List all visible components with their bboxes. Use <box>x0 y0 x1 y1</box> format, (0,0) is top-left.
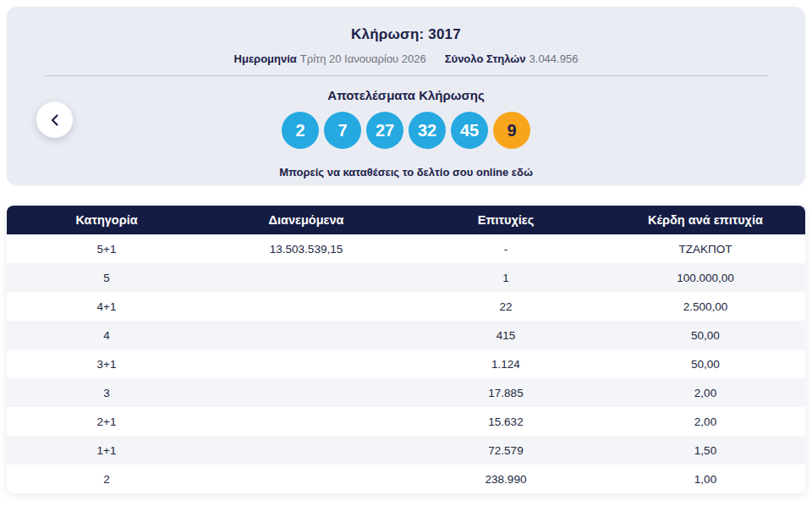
total-columns: Σύνολο Στηλών3.044.956 <box>445 52 579 65</box>
table-cell: 1,50 <box>606 444 805 457</box>
draw-meta: ΗμερομηνίαΤρίτη 20 Ιανουαρίου 2026 Σύνολ… <box>7 52 805 65</box>
number-ball: 7 <box>324 112 361 149</box>
number-ball: 2 <box>282 112 319 149</box>
date-label: Ημερομηνία <box>234 52 297 65</box>
table-cell: 1+1 <box>7 444 206 457</box>
table-row: 441550,00 <box>7 321 805 349</box>
table-cell: 2,00 <box>606 387 805 399</box>
table-row: 3+11.12450,00 <box>7 349 805 378</box>
table-cell: 2 <box>7 473 206 486</box>
table-cell: 50,00 <box>606 329 805 342</box>
table-body: 5+113.503.539,15-ΤΖΑΚΠΟΤ51100.000,004+12… <box>7 234 805 493</box>
table-header-row: ΚατηγορίαΔιανεμόμεναΕπιτυχίεςΚέρδη ανά ε… <box>7 206 805 234</box>
table-cell: 4 <box>7 329 206 342</box>
columns-value: 3.044.956 <box>529 52 579 65</box>
table-cell: 2.500,00 <box>606 300 805 313</box>
table-cell: 5 <box>7 272 206 284</box>
bonus-number-ball: 9 <box>493 112 530 149</box>
table-cell: 15.632 <box>406 415 606 428</box>
table-cell: 2+1 <box>7 415 206 428</box>
winning-numbers: 272732459 <box>7 112 805 149</box>
number-ball: 32 <box>409 112 446 149</box>
number-ball: 27 <box>366 112 403 149</box>
table-row: 317.8852,00 <box>7 378 805 407</box>
table-row: 4+1222.500,00 <box>7 292 805 321</box>
table-cell: 13.503.539,15 <box>206 243 406 256</box>
draw-date: ΗμερομηνίαΤρίτη 20 Ιανουαρίου 2026 <box>234 52 426 65</box>
table-cell: 4+1 <box>7 300 206 313</box>
column-header: Διανεμόμενα <box>206 213 406 227</box>
table-cell: - <box>406 243 606 256</box>
table-cell: 3+1 <box>7 358 206 371</box>
previous-draw-button[interactable] <box>36 102 73 138</box>
table-row: 5+113.503.539,15-ΤΖΑΚΠΟΤ <box>7 234 805 263</box>
table-cell: 17.885 <box>406 387 606 399</box>
table-cell: 5+1 <box>7 243 206 256</box>
results-table: ΚατηγορίαΔιανεμόμεναΕπιτυχίεςΚέρδη ανά ε… <box>7 206 805 493</box>
chevron-left-icon <box>51 114 58 126</box>
column-header: Κατηγορία <box>7 213 206 227</box>
table-cell: 2,00 <box>606 415 805 428</box>
table-cell: 415 <box>406 329 606 342</box>
draw-title: Κλήρωση: 3017 <box>7 7 805 43</box>
divider <box>45 75 767 76</box>
draw-summary-card: Κλήρωση: 3017 ΗμερομηνίαΤρίτη 20 Ιανουαρ… <box>7 7 805 185</box>
table-cell: 238.990 <box>406 473 606 486</box>
table-row: 2238.9901,00 <box>7 465 805 493</box>
online-ticket-link[interactable]: Μπορείς να καταθέσεις το δελτίο σου onli… <box>7 166 805 179</box>
table-cell: 1,00 <box>606 473 805 486</box>
table-cell: 22 <box>406 300 606 313</box>
column-header: Κέρδη ανά επιτυχία <box>606 213 805 227</box>
column-header: Επιτυχίες <box>406 213 606 227</box>
table-cell: 100.000,00 <box>606 272 805 284</box>
number-ball: 45 <box>451 112 488 149</box>
table-cell: 50,00 <box>606 358 805 371</box>
table-cell: 72.579 <box>406 444 606 457</box>
table-cell: ΤΖΑΚΠΟΤ <box>606 243 805 256</box>
date-value: Τρίτη 20 Ιανουαρίου 2026 <box>300 52 426 65</box>
columns-label: Σύνολο Στηλών <box>445 52 526 65</box>
table-row: 1+172.5791,50 <box>7 436 805 465</box>
table-cell: 1 <box>406 272 606 284</box>
results-title: Αποτελέσματα Κλήρωσης <box>7 88 805 102</box>
table-cell: 3 <box>7 387 206 399</box>
table-cell: 1.124 <box>406 358 606 371</box>
table-row: 2+115.6322,00 <box>7 407 805 436</box>
table-row: 51100.000,00 <box>7 263 805 292</box>
